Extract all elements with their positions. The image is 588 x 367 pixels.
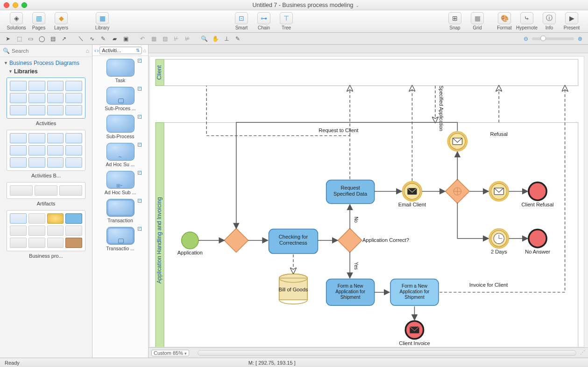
home-icon[interactable]: ⌂ — [143, 48, 146, 53]
event-email-label: Email Client — [398, 202, 426, 207]
zoom-tool[interactable]: 🔍 — [199, 34, 209, 43]
library-tree: ▼Business Process Diagrams ▼Libraries Ac… — [0, 57, 92, 264]
main-toolbar: ◈Solutions ▥Pages ◆Layers ▦Library ⊡Smar… — [0, 10, 588, 33]
library-business-pro[interactable] — [7, 210, 85, 251]
zoom-out-button[interactable]: ⊖ — [521, 34, 531, 43]
search-input[interactable] — [12, 48, 84, 54]
pool-client-body[interactable] — [164, 59, 578, 86]
diagram-canvas[interactable]: Client Application Handling and Invoicin… — [149, 56, 584, 347]
grid-button[interactable]: ▦Grid — [467, 12, 488, 30]
start-event[interactable] — [182, 232, 198, 249]
hscrollbar[interactable] — [198, 350, 576, 356]
edge-specapp: Specified Application — [439, 85, 444, 131]
pan-tool[interactable]: ✋ — [210, 34, 220, 43]
ruler — [149, 45, 588, 53]
shape-subprocess[interactable]: ✓Sub-Process — [96, 115, 144, 139]
titlebar: Untitled 7 - Business process modeling⌄ — [0, 0, 588, 10]
solutions-button[interactable]: ◈Solutions — [6, 12, 27, 30]
end-invoice-label: Client Invoice — [399, 340, 430, 346]
layers-button[interactable]: ◆Layers — [50, 12, 72, 30]
stamp-tool[interactable]: ⊥ — [221, 34, 232, 43]
library-activities[interactable] — [7, 78, 85, 119]
grid-label: Activities B... — [3, 173, 89, 178]
tree-libraries[interactable]: ▼Libraries — [7, 67, 89, 76]
zoom-slider[interactable] — [532, 37, 574, 40]
dist-tool[interactable]: ⊭ — [182, 34, 192, 43]
ungroup-tool[interactable]: ▧ — [160, 34, 170, 43]
group-tool[interactable]: ▦ — [149, 34, 159, 43]
status-ready: Ready — [5, 360, 20, 366]
shape-transaction[interactable]: ✓Transaction — [96, 199, 144, 223]
end-refusal-label: Client Refusal — [521, 202, 553, 207]
undo-tool[interactable]: ↶ — [137, 34, 148, 43]
nav-back-icon[interactable]: ‹ — [94, 48, 96, 53]
library-activities-b[interactable] — [7, 130, 85, 171]
text-tool[interactable]: ▤ — [48, 34, 58, 43]
end-noanswer-label: No Answer — [525, 249, 550, 254]
eyedrop-tool[interactable]: ✎ — [233, 34, 243, 43]
ellipse-tool[interactable]: ◯ — [36, 34, 47, 43]
nav-fwd-icon[interactable]: › — [97, 48, 99, 53]
rect-tool[interactable]: ▭ — [25, 34, 35, 43]
shape-list: ✓Task ✓Sub-Proces ... ✓Sub-Process ✓Ad H… — [92, 56, 148, 358]
pages-button[interactable]: ▥Pages — [28, 12, 50, 30]
zoom-icon[interactable] — [21, 2, 27, 8]
close-icon[interactable] — [4, 2, 9, 8]
event-catch-msg[interactable] — [448, 132, 467, 151]
chain-button[interactable]: ⊶Chain — [253, 12, 275, 30]
bucket-tool[interactable]: ▰ — [109, 34, 120, 43]
zoom-in-button[interactable]: ⊕ — [575, 34, 585, 43]
tree-button[interactable]: ⊤Tree — [276, 12, 297, 30]
resize-grip-icon[interactable]: ⋰ — [580, 350, 585, 356]
event-timer[interactable] — [489, 229, 508, 248]
edge-no: No — [354, 217, 359, 223]
start-label: Application — [177, 250, 203, 255]
bpmn-diagram[interactable]: Client Application Handling and Invoicin… — [150, 56, 584, 347]
bill-label: Bill of Goods — [279, 287, 308, 292]
window-controls[interactable] — [4, 2, 27, 8]
format-button[interactable]: 🎨Format — [494, 12, 515, 30]
secondary-toolbar: ➤ ⬚ ▭ ◯ ▤ ↗ ＼ ∿ ✎ ▰ ▣ ↶ ▦ ▧ ⊬ ⊭ 🔍 ✋ ⊥ ✎ … — [0, 33, 588, 45]
event-intermediate-right[interactable] — [489, 182, 508, 201]
curve-tool[interactable]: ∿ — [87, 34, 97, 43]
marquee-tool[interactable]: ⬚ — [14, 34, 24, 43]
snap-button[interactable]: ⊞Snap — [444, 12, 466, 30]
search-icon: 🔍 — [3, 48, 10, 54]
library-artifacts[interactable] — [7, 182, 85, 199]
body: 🔍 ⌂ ▼Business Process Diagrams ▼Librarie… — [0, 45, 588, 358]
tree-root[interactable]: ▼Business Process Diagrams — [3, 59, 89, 67]
shape-adhoc-su[interactable]: ✓Ad Hoc Su ... — [96, 143, 144, 167]
shape-subprocess-c[interactable]: ✓Sub-Proces ... — [96, 87, 144, 111]
align-tool[interactable]: ⊬ — [171, 34, 181, 43]
edge-refusal: Refusal — [490, 131, 508, 137]
pointer-tool[interactable]: ➤ — [3, 34, 13, 43]
edge-yes: Yes — [354, 262, 359, 269]
chevron-down-icon[interactable]: ⌄ — [355, 3, 359, 8]
end-client-invoice[interactable] — [405, 321, 423, 339]
crop-tool[interactable]: ▣ — [120, 34, 131, 43]
search-row: 🔍 ⌂ — [0, 45, 92, 57]
present-button[interactable]: ▶Present — [561, 12, 582, 30]
hypernote-button[interactable]: ⤷Hypernote — [516, 12, 538, 30]
info-button[interactable]: ⓘInfo — [538, 12, 560, 30]
event-email-client[interactable] — [403, 182, 421, 201]
end-refusal[interactable] — [529, 183, 546, 200]
library-button[interactable]: ▦Library — [92, 12, 113, 30]
pool-client-label: Client — [156, 65, 163, 80]
window-title: Untitled 7 - Business process modeling⌄ — [27, 2, 584, 8]
shape-task[interactable]: ✓Task — [96, 59, 144, 83]
arrow-tool[interactable]: ↗ — [59, 34, 69, 43]
minimize-icon[interactable] — [13, 2, 18, 8]
shape-selector[interactable]: Activiti...⇅ — [99, 47, 142, 54]
status-mouse: M: [ 292.75, 193.15 ] — [248, 360, 296, 366]
pen-tool[interactable]: ✎ — [98, 34, 108, 43]
shape-adhoc-sub[interactable]: ✓Ad Hoc Sub ... — [96, 171, 144, 195]
line-tool[interactable]: ＼ — [76, 34, 86, 43]
zoom-select[interactable]: Custom 85% ▾ — [151, 350, 189, 356]
home-icon[interactable]: ⌂ — [86, 48, 89, 54]
grid-label: Artifacts — [3, 201, 89, 206]
smart-button[interactable]: ⊡Smart — [231, 12, 252, 30]
end-noanswer[interactable] — [529, 230, 546, 247]
pool-app-body[interactable] — [164, 122, 578, 347]
shape-transactio[interactable]: ✓Transactio ... — [96, 227, 144, 251]
